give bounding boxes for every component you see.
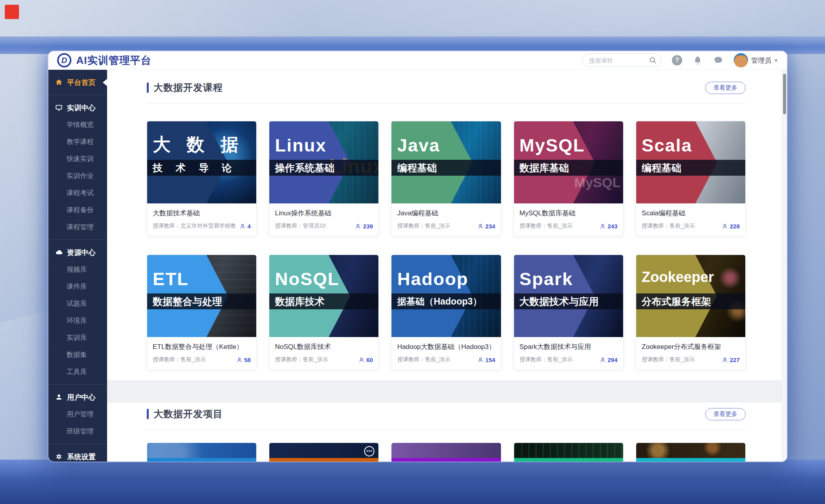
header-actions: ? 管理员 ▾ [582,53,777,67]
user-name: 管理员 [751,56,771,65]
course-cover: NoSQL 数据库技术 [269,255,378,337]
person-icon [240,223,246,229]
project-grid: 大数据开发案例 ••• 大数据开发案例 大数据开发案例 [147,443,746,462]
user-icon [55,393,63,401]
course-cover: 大 数 据 技 术 导 论 [147,121,256,203]
section-title: 大数据开发课程 [153,81,223,94]
student-count: 243 [600,223,618,230]
course-teacher: 授课教师：售前_演示 [520,222,573,230]
course-name: NoSQL数据库技术 [275,342,373,351]
course-cover: Spark 大数据技术与应用 [514,255,623,337]
sidebar-item-courseware-library[interactable]: 课件库 [48,278,107,295]
sidebar-item-user-center[interactable]: 用户中心 [48,389,107,406]
course-card[interactable]: NoSQL 数据库技术 NoSQL数据库技术 授课教师：售前_演示 60 [269,255,379,370]
course-name: Linux操作系统基础 [275,209,373,218]
course-card[interactable]: Hadoop 据基础（Hadoop3） Hadoop大数据基础（Hadoop3）… [391,255,501,370]
sidebar-item-user-management[interactable]: 用户管理 [48,406,107,423]
help-button[interactable]: ? [672,55,682,65]
course-card[interactable]: 大 数 据 技 术 导 论 大数据技术基础 授课教师：北京市对外贸易学校教...… [147,121,257,236]
section-big-data-projects: 大数据开发项目 查看更多 大数据开发案例 ••• 大数据 [107,405,787,462]
sidebar-item-label: 用户中心 [67,393,96,402]
sidebar-item-teaching-courses[interactable]: 教学课程 [48,133,107,150]
sidebar-item-label: 实训中心 [67,103,96,113]
sidebar-item-training-center[interactable]: 实训中心 [48,99,107,116]
project-card[interactable]: 大数据开发案例 [147,443,257,462]
notifications-button[interactable] [693,55,703,65]
course-card[interactable]: Linux Linux 操作系统基础 Linux操作系统基础 授课教师：管理员1… [269,121,379,236]
project-banner: 大数据开发案例 [636,458,745,462]
sidebar-divider [48,240,107,240]
person-icon [722,357,728,363]
course-card[interactable]: Java 编程基础 Java编程基础 授课教师：售前_演示 234 [391,121,501,236]
project-cover [514,443,623,458]
course-card[interactable]: Zookeeper 分布式服务框架 Zookeeper分布式服务框架 授课教师：… [636,255,746,370]
chevron-down-icon: ▾ [775,57,777,63]
course-teacher: 授课教师：售前_演示 [275,356,328,363]
app-title: AI实训管理平台 [76,54,152,67]
cover-title: Java [397,135,440,156]
view-more-button[interactable]: 查看更多 [705,408,746,420]
course-cover: MySQL MySQL 数据库基础 [514,121,623,203]
cover-subtitle: 技 术 导 论 [147,160,256,176]
section-title-bar [147,409,149,419]
section-divider [147,103,746,103]
content-scrollbar[interactable] [782,70,787,462]
student-count: 60 [359,356,373,363]
scrollbar-thumb[interactable] [783,74,786,114]
course-card[interactable]: ETL 数据整合与处理 ETL数据整合与处理（Kettle） 授课教师：售前_演… [147,255,257,370]
sidebar-item-class-management[interactable]: 班级管理 [48,423,107,440]
course-teacher: 授课教师：售前_演示 [520,356,573,363]
sidebar-item-system-settings[interactable]: 系统设置 [48,448,107,462]
cover-title: ETL [153,269,189,289]
sidebar-item-resource-center[interactable]: 资源中心 [48,244,107,261]
person-icon [478,357,483,363]
user-menu[interactable]: 管理员 ▾ [734,53,777,67]
cover-watermark: MySQL [574,175,621,190]
course-card[interactable]: MySQL MySQL 数据库基础 MySQL数据库基础 授课教师：售前_演示 [514,121,624,236]
view-more-button[interactable]: 查看更多 [705,82,746,94]
sidebar-item-training-library[interactable]: 实训库 [48,329,107,346]
course-card[interactable]: Spark 大数据技术与应用 Spark大数据技术与应用 授课教师：售前_演示 … [514,255,624,370]
project-banner: 大数据开发案例 [269,458,378,462]
cover-title: Spark [520,269,573,289]
course-cover: Scala 编程基础 [636,121,745,203]
sidebar-item-quick-training[interactable]: 快速实训 [48,150,107,167]
course-card[interactable]: Scala 编程基础 Scala编程基础 授课教师：售前_演示 228 [636,121,746,236]
student-count: 228 [722,223,740,230]
course-name: Scala编程基础 [642,209,740,218]
help-icon: ? [672,55,682,65]
sidebar-item-platform-home[interactable]: 平台首页 [48,74,107,91]
project-card[interactable]: 大数据开发案例 [514,443,624,462]
sidebar-item-course-backup[interactable]: 课程备份 [48,201,107,218]
messages-button[interactable] [713,55,723,65]
project-card[interactable]: ••• 大数据开发案例 [269,443,379,462]
project-card[interactable]: 大数据开发案例 [636,443,746,462]
app-logo: D [57,53,71,67]
sidebar-item-environment-library[interactable]: 环境库 [48,312,107,329]
course-teacher: 授课教师：售前_演示 [642,356,695,363]
person-icon [722,223,728,229]
project-cover: ••• [269,443,378,458]
sidebar-item-course-management[interactable]: 课程管理 [48,218,107,236]
course-cover: Linux Linux 操作系统基础 [269,121,378,203]
cover-subtitle: 编程基础 [636,160,745,176]
monitor-icon [55,104,63,111]
project-card[interactable]: 大数据开发案例 [391,443,501,462]
sidebar-item-course-exams[interactable]: 课程考试 [48,184,107,201]
cover-subtitle: 操作系统基础 [269,160,378,176]
sidebar-item-learning-overview[interactable]: 学情概览 [48,116,107,133]
sidebar: 平台首页 实训中心 学情概览 教学课程 快速实训 实训作业 课程考试 课程备份 … [48,70,107,462]
sidebar-item-video-library[interactable]: 视频库 [48,261,107,278]
sidebar-item-datasets[interactable]: 数据集 [48,346,107,363]
more-dots-icon: ••• [364,446,374,456]
sidebar-item-training-homework[interactable]: 实训作业 [48,167,107,184]
sidebar-item-tool-library[interactable]: 工具库 [48,363,107,380]
cover-title: Linux [275,135,326,156]
sidebar-item-question-library[interactable]: 试题库 [48,295,107,312]
cover-subtitle: 数据整合与处理 [147,293,256,309]
person-icon [359,357,365,363]
search-icon[interactable] [649,56,657,64]
course-cover: ETL 数据整合与处理 [147,255,256,337]
student-count: 239 [355,223,373,230]
cover-subtitle: 分布式服务框架 [636,293,745,309]
